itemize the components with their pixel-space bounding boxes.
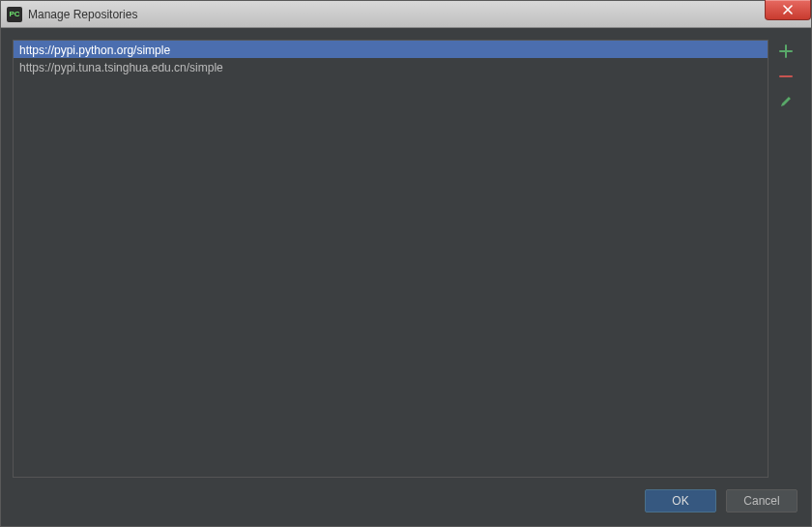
close-button[interactable] bbox=[765, 0, 811, 20]
minus-icon bbox=[778, 69, 794, 84]
repository-item[interactable]: https://pypi.python.org/simple bbox=[14, 41, 768, 58]
plus-icon bbox=[778, 44, 794, 59]
dialog-window: PC Manage Repositories https://pypi.pyth… bbox=[0, 0, 812, 527]
ok-button[interactable]: OK bbox=[645, 489, 716, 512]
repository-item[interactable]: https://pypi.tuna.tsinghua.edu.cn/simple bbox=[14, 58, 768, 75]
close-icon bbox=[782, 4, 794, 15]
window-title: Manage Repositories bbox=[28, 8, 137, 21]
dialog-content: https://pypi.python.org/simplehttps://py… bbox=[1, 28, 811, 526]
cancel-button[interactable]: Cancel bbox=[726, 489, 798, 512]
side-toolbar bbox=[776, 40, 799, 478]
add-button[interactable] bbox=[776, 42, 796, 61]
list-area: https://pypi.python.org/simplehttps://py… bbox=[13, 40, 799, 478]
pencil-icon bbox=[778, 94, 794, 109]
remove-button[interactable] bbox=[776, 67, 796, 86]
pycharm-icon: PC bbox=[7, 7, 22, 22]
repository-list[interactable]: https://pypi.python.org/simplehttps://py… bbox=[13, 40, 768, 478]
edit-button[interactable] bbox=[776, 92, 796, 111]
dialog-footer: OK Cancel bbox=[13, 478, 799, 514]
titlebar: PC Manage Repositories bbox=[1, 1, 811, 28]
